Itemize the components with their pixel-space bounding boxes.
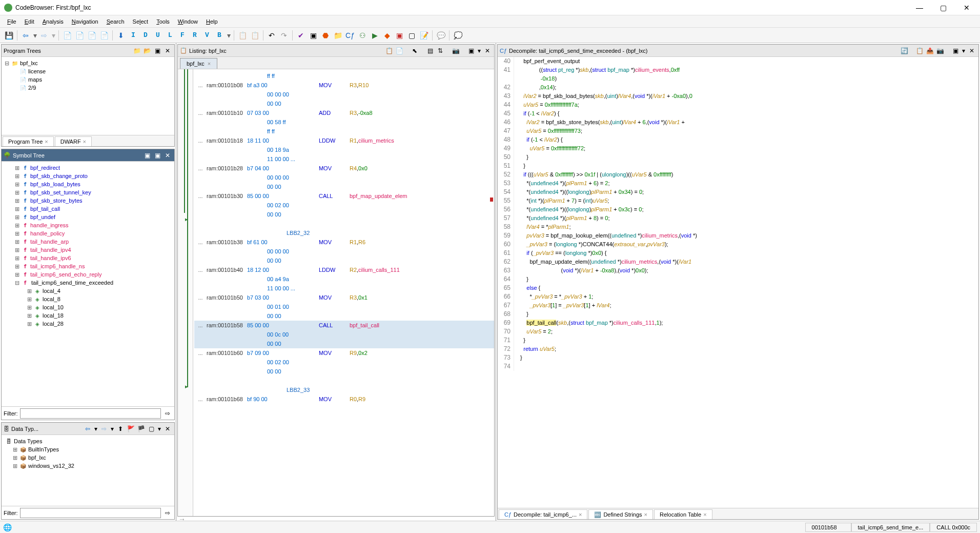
folder-icon[interactable]: 📁 — [332, 30, 343, 41]
letter-b[interactable]: B — [214, 30, 225, 41]
symbol-function[interactable]: ⊞ftail_handle_ipv6 — [4, 254, 172, 262]
dt-back-drop[interactable]: ▾ — [93, 424, 98, 433]
snapshot-icon[interactable]: 📷 — [451, 46, 460, 55]
tool-icon-1[interactable]: 📄 — [62, 30, 73, 41]
chat-icon[interactable]: 💭 — [452, 30, 463, 41]
close-button[interactable]: ✕ — [959, 3, 974, 13]
pt-folder2-icon[interactable]: 📂 — [142, 46, 152, 55]
diff-icon[interactable]: ⇅ — [436, 46, 445, 55]
tool-icon-4[interactable]: 📄 — [98, 30, 110, 41]
bookmark-icon[interactable]: ⬣ — [320, 30, 331, 41]
square-icon[interactable]: ◆ — [381, 30, 393, 41]
menu-navigation[interactable]: Navigation — [68, 17, 103, 26]
symbol-filter-input[interactable] — [20, 408, 161, 419]
tab-dwarf[interactable]: DWARF× — [55, 136, 92, 146]
tree-item[interactable]: 📄license — [4, 67, 172, 75]
symbol-function[interactable]: ⊞ftail_handle_ipv4 — [4, 246, 172, 254]
copy-icon[interactable]: 📋 — [384, 46, 394, 55]
menu-analysis[interactable]: Analysis — [38, 17, 68, 26]
dt-view-icon[interactable]: ▢ — [147, 424, 156, 433]
tab-relocation[interactable]: Relocation Table× — [654, 509, 712, 519]
dt-item[interactable]: ⊞📦windows_vs12_32 — [4, 462, 172, 470]
filter-go-icon[interactable]: ⇨ — [163, 409, 172, 418]
forward-button[interactable]: ⇨ — [38, 30, 50, 41]
cursor-icon[interactable]: ⬉ — [410, 46, 419, 55]
data-types-tree[interactable]: 🗄Data Types ⊞📦BuiltInTypes ⊞📦bpf_lxc ⊞📦w… — [2, 435, 174, 506]
dc-export-icon[interactable]: 📤 — [925, 46, 934, 55]
dt-fwd-icon[interactable]: ⇨ — [99, 424, 109, 433]
close-icon[interactable]: × — [644, 511, 647, 518]
datatypes-filter-input[interactable] — [20, 508, 161, 518]
symbol-function[interactable]: ⊞ftail_handle_arp — [4, 238, 172, 246]
listing-tab[interactable]: bpf_lxc× — [180, 58, 217, 69]
back-dropdown[interactable]: ▾ — [32, 30, 37, 41]
menu-file[interactable]: File — [3, 17, 21, 26]
symbol-function[interactable]: ⊞fbpf_skb_change_proto — [4, 172, 172, 180]
st-icon-2[interactable]: ▣ — [153, 151, 162, 160]
dt-up-icon[interactable]: ⬆ — [116, 424, 125, 433]
dt-back-icon[interactable]: ⇦ — [83, 424, 92, 433]
dt-item[interactable]: ⊞📦BuiltInTypes — [4, 445, 172, 453]
tree-item[interactable]: 📄2/9 — [4, 84, 172, 92]
graph-icon[interactable]: ⚇ — [357, 30, 368, 41]
letter-dropdown[interactable]: ▾ — [226, 30, 231, 41]
dt-fwd-drop[interactable]: ▾ — [110, 424, 115, 433]
run-icon[interactable]: ▶ — [369, 30, 380, 41]
letter-f[interactable]: F — [177, 30, 188, 41]
window-icon[interactable]: ▢ — [406, 30, 417, 41]
st-close-icon[interactable]: ✕ — [163, 151, 172, 160]
layout-drop[interactable]: ▾ — [477, 46, 482, 55]
save-icon[interactable]: 💾 — [3, 30, 14, 41]
symbol-function-selected[interactable]: ⊟ftail_icmp6_send_time_exceeded — [4, 279, 172, 287]
symbol-function[interactable]: ⊞fbpf_skb_store_bytes — [4, 196, 172, 205]
fields-icon[interactable]: ▤ — [425, 46, 435, 55]
symbol-local[interactable]: ⊞◈local_8 — [4, 295, 172, 303]
letter-i[interactable]: I — [128, 30, 139, 41]
dc-snap-icon[interactable]: 📷 — [935, 46, 945, 55]
symbol-function[interactable]: ⊞ftail_icmp6_send_echo_reply — [4, 270, 172, 279]
dc-drop[interactable]: ▾ — [961, 46, 966, 55]
dt-flag-icon[interactable]: 🚩 — [126, 424, 135, 433]
pt-menu-icon[interactable]: ▣ — [153, 46, 162, 55]
dc-copy-icon[interactable]: 📋 — [915, 46, 924, 55]
symbol-local[interactable]: ⊞◈local_10 — [4, 303, 172, 311]
listing-close-icon[interactable]: ✕ — [483, 46, 492, 55]
close-icon[interactable]: × — [45, 139, 48, 145]
dt-flag2-icon[interactable]: 🏴 — [136, 424, 146, 433]
forward-dropdown[interactable]: ▾ — [51, 30, 56, 41]
symbol-local[interactable]: ⊞◈local_4 — [4, 287, 172, 295]
down-arrow-icon[interactable]: ⬇ — [115, 30, 127, 41]
letter-l[interactable]: L — [165, 30, 176, 41]
menu-select[interactable]: Select — [129, 17, 153, 26]
close-icon[interactable]: × — [703, 511, 706, 518]
layout-icon[interactable]: ▣ — [466, 46, 476, 55]
menu-search[interactable]: Search — [103, 17, 129, 26]
symbol-local[interactable]: ⊞◈local_28 — [4, 320, 172, 328]
tab-defined-strings[interactable]: 🔤Defined Strings× — [588, 509, 653, 519]
dt-drop-icon[interactable]: ▾ — [157, 424, 162, 433]
maximize-button[interactable]: ▢ — [936, 3, 950, 13]
letter-r[interactable]: R — [189, 30, 200, 41]
pt-folder-icon[interactable]: 📁 — [132, 46, 141, 55]
undo-icon[interactable]: ↶ — [266, 30, 277, 41]
back-button[interactable]: ⇦ — [20, 30, 31, 41]
symbol-local[interactable]: ⊞◈local_18 — [4, 311, 172, 320]
tree-item[interactable]: 📄maps — [4, 75, 172, 84]
dc-close-icon[interactable]: ✕ — [967, 46, 976, 55]
menu-help[interactable]: Help — [202, 17, 222, 26]
refresh-icon[interactable]: 🔄 — [900, 46, 909, 55]
paste-icon[interactable]: 📄 — [395, 46, 404, 55]
filter-go-icon[interactable]: ⇨ — [163, 508, 172, 518]
symbol-tree[interactable]: ⊞fbpf_redirect⊞fbpf_skb_change_proto⊞fbp… — [2, 162, 174, 406]
redo-icon[interactable]: ↷ — [278, 30, 290, 41]
tool-icon-3[interactable]: 📄 — [86, 30, 97, 41]
minimize-button[interactable]: — — [912, 3, 927, 13]
symbol-function[interactable]: ⊞fbpf_tail_call — [4, 205, 172, 213]
symbol-function[interactable]: ⊞fhandle_policy — [4, 229, 172, 238]
clipboard-icon-1[interactable]: 📋 — [237, 30, 248, 41]
marker-icon[interactable] — [490, 198, 493, 202]
st-icon-1[interactable]: ▣ — [142, 151, 152, 160]
close-icon[interactable]: × — [579, 511, 582, 518]
dt-item[interactable]: ⊞📦bpf_lxc — [4, 453, 172, 462]
symbol-function[interactable]: ⊞fbpf_undef — [4, 213, 172, 221]
